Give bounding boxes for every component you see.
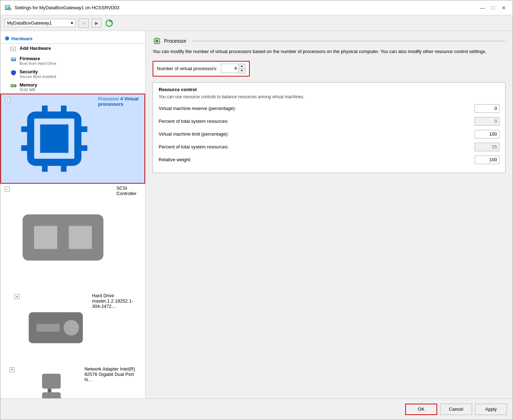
svg-point-30 bbox=[64, 320, 79, 335]
cancel-button[interactable]: Cancel bbox=[440, 404, 472, 415]
panel-description: You can modify the number of virtual pro… bbox=[153, 48, 506, 55]
title-bar-left: + Settings for MyDataBoxGateway1 on HCSS… bbox=[5, 4, 120, 11]
network-icon bbox=[16, 366, 83, 398]
resource-control-box: Resource control You can use resource co… bbox=[153, 82, 506, 173]
firmware-name: Firmware bbox=[20, 56, 56, 61]
security-sub: Secure Boot enabled bbox=[20, 74, 56, 79]
sidebar: ❋ Hardware + Add Hardware bbox=[0, 31, 146, 398]
sidebar-item-scsi[interactable]: − SCSI Controller bbox=[0, 184, 145, 291]
apply-button[interactable]: Apply bbox=[475, 404, 507, 415]
resource-row-3: Percent of total system resources: bbox=[159, 143, 499, 151]
add-hardware-name: Add Hardware bbox=[20, 46, 51, 51]
resource-label-1: Percent of total system resources: bbox=[159, 119, 472, 124]
scsi-icon bbox=[11, 185, 115, 289]
vp-row: Number of virtual processors: ▲ ▼ bbox=[153, 61, 250, 77]
vp-down-button[interactable]: ▼ bbox=[239, 69, 245, 73]
vm-dropdown[interactable]: MyDataBoxGateway1 ▾ bbox=[5, 19, 76, 27]
svg-rect-2 bbox=[6, 7, 9, 7]
main-content: Processor You can modify the number of v… bbox=[146, 31, 513, 398]
panel-header: Processor bbox=[153, 37, 506, 45]
harddrive-name: Hard Drive bbox=[92, 293, 114, 298]
toolbar: MyDataBoxGateway1 ▾ ◀ ▶ bbox=[0, 15, 513, 31]
firmware-icon bbox=[10, 56, 17, 63]
vp-spinner: ▲ ▼ bbox=[239, 64, 245, 74]
close-button[interactable]: ✕ bbox=[499, 4, 508, 11]
sidebar-item-harddrive[interactable]: + Hard Drive master.1.2.18252.1-304-2472… bbox=[0, 291, 145, 364]
minimize-button[interactable]: — bbox=[478, 4, 487, 11]
maximize-button[interactable]: □ bbox=[488, 4, 498, 11]
resource-row-0: Virtual machine reserve (percentage): bbox=[159, 104, 499, 113]
ok-button[interactable]: OK bbox=[405, 404, 437, 415]
security-name: Security bbox=[20, 69, 56, 74]
refresh-icon bbox=[105, 19, 113, 27]
svg-rect-12 bbox=[11, 85, 12, 86]
back-button[interactable]: ◀ bbox=[79, 19, 89, 28]
svg-rect-28 bbox=[69, 226, 92, 249]
harddrive-expand[interactable]: + bbox=[15, 294, 20, 299]
vp-input-group: ▲ ▼ bbox=[221, 64, 245, 74]
resource-row-2: Virtual machine limit (percentage): bbox=[159, 130, 499, 138]
svg-rect-3 bbox=[6, 8, 8, 9]
security-icon bbox=[10, 69, 17, 76]
processor-expand[interactable]: + bbox=[5, 97, 10, 102]
sidebar-item-security[interactable]: Security Secure Boot enabled bbox=[0, 67, 145, 80]
svg-rect-63 bbox=[155, 40, 158, 42]
scsi-name: SCSI Controller bbox=[116, 185, 136, 196]
sidebar-item-processor[interactable]: + Processor 4 Virtual processors bbox=[0, 94, 145, 184]
svg-rect-17 bbox=[40, 125, 69, 153]
forward-button[interactable]: ▶ bbox=[91, 19, 101, 28]
hardware-section-icon: ❋ bbox=[5, 35, 9, 42]
harddrive-icon bbox=[21, 293, 91, 363]
svg-rect-10 bbox=[12, 58, 15, 59]
resource-label-3: Percent of total system resources: bbox=[159, 144, 472, 149]
hardware-section-label: Hardware bbox=[11, 36, 32, 41]
vp-label: Number of virtual processors: bbox=[157, 66, 217, 71]
svg-text:+: + bbox=[10, 8, 11, 10]
svg-rect-9 bbox=[11, 58, 16, 61]
firmware-sub: Boot from Hard Drive bbox=[20, 61, 56, 65]
panel-title: Processor bbox=[164, 38, 186, 44]
footer: OK Cancel Apply bbox=[0, 398, 513, 420]
resource-row-4: Relative weight: bbox=[159, 156, 499, 164]
network-expand[interactable]: + bbox=[10, 367, 15, 372]
resource-input-2[interactable] bbox=[475, 130, 499, 138]
resource-label-0: Virtual machine reserve (percentage): bbox=[159, 106, 472, 111]
refresh-button[interactable] bbox=[104, 19, 114, 28]
window-title: Settings for MyDataBoxGateway1 on HCSSRV… bbox=[15, 5, 120, 10]
dropdown-arrow: ▾ bbox=[71, 20, 73, 26]
svg-rect-1 bbox=[6, 6, 9, 6]
svg-rect-14 bbox=[14, 85, 14, 86]
resource-input-1 bbox=[475, 117, 499, 126]
processor-name: Processor bbox=[98, 96, 119, 101]
scsi-expand[interactable]: − bbox=[5, 187, 10, 191]
sidebar-item-network[interactable]: + Network Adapter Intel(R) 82576 Gigabit… bbox=[0, 364, 145, 398]
add-hardware-icon: + bbox=[10, 46, 17, 52]
svg-rect-27 bbox=[34, 226, 57, 249]
processor-icon bbox=[12, 96, 97, 181]
panel-processor-icon bbox=[153, 37, 161, 45]
memory-sub: 8192 MB bbox=[20, 88, 37, 92]
title-bar-controls: — □ ✕ bbox=[478, 4, 508, 11]
window-icon: + bbox=[5, 4, 12, 11]
sidebar-item-memory[interactable]: Memory 8192 MB bbox=[0, 80, 145, 94]
sidebar-item-firmware[interactable]: Firmware Boot from Hard Drive bbox=[0, 54, 145, 67]
svg-text:+: + bbox=[12, 47, 14, 51]
vp-up-button[interactable]: ▲ bbox=[239, 64, 245, 69]
resource-input-0[interactable] bbox=[475, 104, 499, 113]
main-window: + Settings for MyDataBoxGateway1 on HCSS… bbox=[0, 0, 513, 420]
svg-rect-33 bbox=[42, 392, 60, 398]
svg-rect-37 bbox=[42, 374, 60, 389]
resource-row-1: Percent of total system resources: bbox=[159, 117, 499, 126]
resource-input-3 bbox=[475, 143, 499, 151]
memory-icon bbox=[10, 83, 17, 89]
hardware-section-header: ❋ Hardware bbox=[0, 32, 145, 44]
svg-rect-31 bbox=[36, 324, 59, 332]
vm-name: MyDataBoxGateway1 bbox=[7, 20, 52, 26]
resource-control-desc: You can use resource controls to balance… bbox=[159, 94, 499, 99]
vp-input[interactable] bbox=[221, 64, 239, 73]
content-area: ❋ Hardware + Add Hardware bbox=[0, 31, 513, 398]
network-name: Network Adapter bbox=[84, 366, 118, 372]
sidebar-item-add-hardware[interactable]: + Add Hardware bbox=[0, 44, 145, 54]
harddrive-sub: master.1.2.18252.1-304-2472… bbox=[92, 298, 133, 309]
resource-input-4[interactable] bbox=[475, 156, 499, 164]
